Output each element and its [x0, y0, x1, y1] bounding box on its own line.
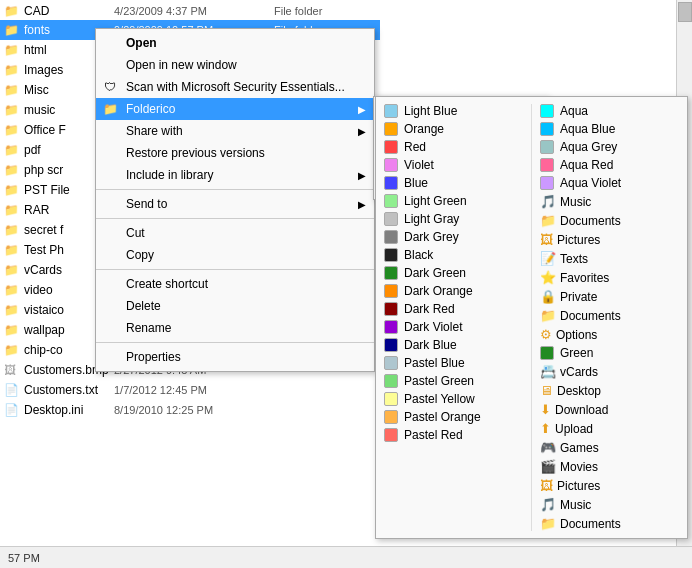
context-menu-create-shortcut[interactable]: Create shortcut: [96, 273, 374, 295]
folder-options[interactable]: ⚙ Options: [532, 325, 687, 344]
folder-icon: 📁: [4, 223, 20, 237]
file-row-cad[interactable]: 📁 CAD 4/23/2009 4:37 PM File folder: [0, 0, 380, 20]
folder-icon: 📁: [4, 323, 20, 337]
folder-icon: 📁: [4, 243, 20, 257]
folder-icon: 📁: [4, 103, 20, 117]
folder-icon: 📁: [4, 263, 20, 277]
color-label: Aqua Red: [560, 158, 613, 172]
context-menu-include-library[interactable]: Include in library ▶: [96, 164, 374, 186]
folder-icon: 📁: [4, 203, 20, 217]
colors-left-col: Light Blue Orange Red Violet Blue Light …: [376, 100, 531, 535]
color-swatch: [384, 158, 398, 172]
context-menu-cut[interactable]: Cut: [96, 222, 374, 244]
color-red[interactable]: Red: [376, 138, 531, 156]
submenu-arrow: ▶: [358, 170, 366, 181]
folder-download[interactable]: ⬇ Download: [532, 400, 687, 419]
folder-documents-3[interactable]: 📁 Documents: [532, 514, 687, 533]
color-label: Dark Green: [404, 266, 466, 280]
color-black[interactable]: Black: [376, 246, 531, 264]
folder-icon: 📁: [4, 183, 20, 197]
color-aqua-blue[interactable]: Aqua Blue: [532, 120, 687, 138]
create-shortcut-label: Create shortcut: [126, 277, 208, 291]
file-icon: 📄: [4, 383, 20, 397]
color-label: Dark Orange: [404, 284, 473, 298]
file-row-desktop-ini[interactable]: 📄 Desktop.ini 8/19/2010 12:25 PM: [0, 400, 380, 420]
context-menu-folderico[interactable]: 📁 Folderico ▶: [96, 98, 374, 120]
color-dark-green[interactable]: Dark Green: [376, 264, 531, 282]
color-dark-violet[interactable]: Dark Violet: [376, 318, 531, 336]
color-light-gray[interactable]: Light Gray: [376, 210, 531, 228]
folder-documents[interactable]: 📁 Documents: [532, 211, 687, 230]
color-orange[interactable]: Orange: [376, 120, 531, 138]
folder-movies[interactable]: 🎬 Movies: [532, 457, 687, 476]
submenu-arrow: ▶: [358, 126, 366, 137]
folder-games[interactable]: 🎮 Games: [532, 438, 687, 457]
folder-vcards[interactable]: 📇 vCards: [532, 362, 687, 381]
folder-icon: 📁: [4, 123, 20, 137]
color-swatch: [384, 266, 398, 280]
color-pastel-blue[interactable]: Pastel Blue: [376, 354, 531, 372]
context-menu-properties[interactable]: Properties: [96, 346, 374, 368]
scan-icon: 🛡: [102, 79, 118, 95]
color-pastel-orange[interactable]: Pastel Orange: [376, 408, 531, 426]
folderico-label: Folderico: [126, 102, 175, 116]
folder-music[interactable]: 🎵 Music: [532, 192, 687, 211]
color-pastel-green[interactable]: Pastel Green: [376, 372, 531, 390]
color-label: Violet: [404, 158, 434, 172]
separator-4: [96, 342, 374, 343]
folder-green[interactable]: Green: [532, 344, 687, 362]
folder-icon: 🎵: [540, 497, 556, 512]
context-menu-restore[interactable]: Restore previous versions: [96, 142, 374, 164]
scroll-thumb[interactable]: [678, 2, 692, 22]
file-row-customers-txt[interactable]: 📄 Customers.txt 1/7/2012 12:45 PM: [0, 380, 380, 400]
color-light-blue[interactable]: Light Blue: [376, 102, 531, 120]
folder-favorites[interactable]: ⭐ Favorites: [532, 268, 687, 287]
colors-panel: Light Blue Orange Red Violet Blue Light …: [375, 96, 688, 539]
folder-icon: 📁: [4, 343, 20, 357]
color-swatch: [384, 338, 398, 352]
folder-pictures[interactable]: 🖼 Pictures: [532, 230, 687, 249]
color-dark-blue[interactable]: Dark Blue: [376, 336, 531, 354]
context-menu-delete[interactable]: Delete: [96, 295, 374, 317]
copy-label: Copy: [126, 248, 154, 262]
color-dark-grey[interactable]: Dark Grey: [376, 228, 531, 246]
context-menu-share-with[interactable]: Share with ▶: [96, 120, 374, 142]
context-menu-send-to[interactable]: Send to ▶: [96, 193, 374, 215]
folder-music-2[interactable]: 🎵 Music: [532, 495, 687, 514]
color-label: Texts: [560, 252, 588, 266]
color-swatch: [540, 122, 554, 136]
context-menu-open[interactable]: Open: [96, 32, 374, 54]
color-dark-red[interactable]: Dark Red: [376, 300, 531, 318]
context-menu-copy[interactable]: Copy: [96, 244, 374, 266]
color-blue[interactable]: Blue: [376, 174, 531, 192]
file-icon: 📄: [4, 403, 20, 417]
color-swatch: [384, 392, 398, 406]
folder-icon: 🖥: [540, 383, 553, 398]
folder-desktop[interactable]: 🖥 Desktop: [532, 381, 687, 400]
folder-documents-2[interactable]: 📁 Documents: [532, 306, 687, 325]
color-pastel-red[interactable]: Pastel Red: [376, 426, 531, 444]
folder-private[interactable]: 🔒 Private: [532, 287, 687, 306]
file-date: 1/7/2012 12:45 PM: [114, 384, 207, 396]
context-menu-open-new-window[interactable]: Open in new window: [96, 54, 374, 76]
color-violet[interactable]: Violet: [376, 156, 531, 174]
context-menu-rename[interactable]: Rename: [96, 317, 374, 339]
color-aqua-violet[interactable]: Aqua Violet: [532, 174, 687, 192]
folder-icon: 📁: [4, 303, 20, 317]
folder-icon: 🖼: [540, 478, 553, 493]
color-dark-orange[interactable]: Dark Orange: [376, 282, 531, 300]
folder-icon: 🎬: [540, 459, 556, 474]
color-aqua-grey[interactable]: Aqua Grey: [532, 138, 687, 156]
color-label: Red: [404, 140, 426, 154]
context-menu-scan[interactable]: 🛡 Scan with Microsoft Security Essential…: [96, 76, 374, 98]
color-pastel-yellow[interactable]: Pastel Yellow: [376, 390, 531, 408]
folder-upload[interactable]: ⬆ Upload: [532, 419, 687, 438]
file-date: 4/23/2009 4:37 PM: [114, 5, 274, 17]
color-light-green[interactable]: Light Green: [376, 192, 531, 210]
folder-texts[interactable]: 📝 Texts: [532, 249, 687, 268]
color-aqua-red[interactable]: Aqua Red: [532, 156, 687, 174]
folder-pictures-2[interactable]: 🖼 Pictures: [532, 476, 687, 495]
color-swatch: [384, 320, 398, 334]
color-aqua[interactable]: Aqua: [532, 102, 687, 120]
color-swatch: [384, 356, 398, 370]
